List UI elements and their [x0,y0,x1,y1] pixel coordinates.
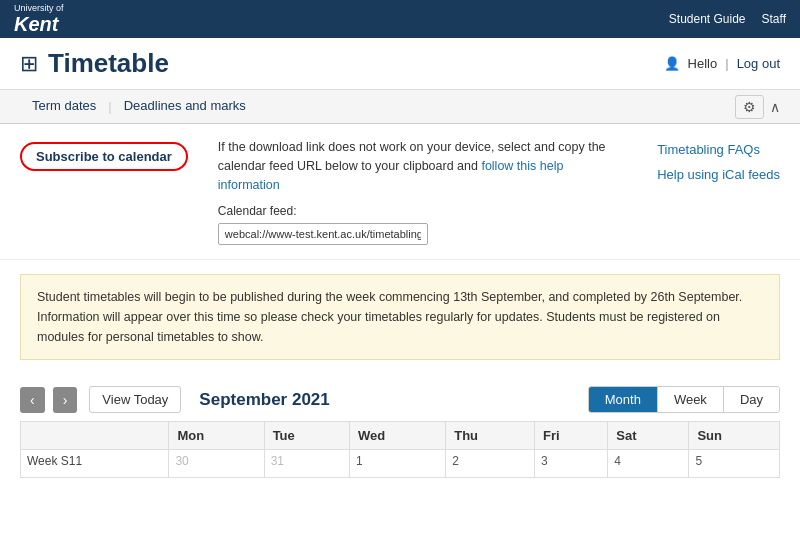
calendar-cell[interactable]: 3 [535,450,608,478]
timetabling-faqs-link[interactable]: Timetabling FAQs [657,142,780,157]
student-guide-link[interactable]: Student Guide [669,12,746,26]
day-number: 4 [614,454,621,468]
page-header: ⊞ Timetable 👤 Hello | Log out [0,38,800,90]
view-week-btn[interactable]: Week [658,387,724,412]
calendar-cell[interactable]: 31 [264,450,349,478]
university-logo: University of Kent [14,4,64,35]
info-banner-text: Student timetables will begin to be publ… [37,290,742,344]
chevron-up-button[interactable]: ∧ [770,99,780,115]
subscribe-calendar-button[interactable]: Subscribe to calendar [20,142,188,171]
view-today-button[interactable]: View Today [89,386,181,413]
calendar-row: Week S11303112345 [21,450,780,478]
tabs-bar: Term dates | Deadlines and marks ⚙ ∧ [0,90,800,124]
page-title: Timetable [48,48,169,79]
col-wed: Wed [349,422,445,450]
calendar-cell[interactable]: 30 [169,450,264,478]
person-icon: 👤 [664,56,680,71]
tab-deadlines[interactable]: Deadlines and marks [112,90,258,123]
view-month-btn[interactable]: Month [589,387,658,412]
col-sun: Sun [689,422,780,450]
week-label: Week S11 [21,450,169,478]
calendar-cell[interactable]: 1 [349,450,445,478]
tabs-right: ⚙ ∧ [735,95,780,119]
staff-link[interactable]: Staff [762,12,786,26]
page-title-area: ⊞ Timetable [20,48,169,79]
calendar-feed-label: Calendar feed: [218,202,627,220]
subscribe-section: Subscribe to calendar If the download li… [0,124,800,260]
col-tue: Tue [264,422,349,450]
col-fri: Fri [535,422,608,450]
prev-month-button[interactable]: ‹ [20,387,45,413]
day-number: 31 [271,454,284,468]
calendar-grid: Mon Tue Wed Thu Fri Sat Sun Week S113031… [20,421,780,478]
separator: | [725,56,728,71]
top-nav: University of Kent Student Guide Staff [0,0,800,38]
day-number: 5 [695,454,702,468]
day-number: 3 [541,454,548,468]
calendar-month-label: September 2021 [199,390,579,410]
calendar-header-row: Mon Tue Wed Thu Fri Sat Sun [21,422,780,450]
day-number: 1 [356,454,363,468]
timetable-icon: ⊞ [20,51,38,77]
info-banner: Student timetables will begin to be publ… [20,274,780,360]
calendar-cell[interactable]: 2 [446,450,535,478]
col-sat: Sat [608,422,689,450]
calendar-cell[interactable]: 5 [689,450,780,478]
week-header [21,422,169,450]
calendar-nav: ‹ › View Today September 2021 Month Week… [0,374,800,421]
university-label: University of [14,4,64,13]
view-switch: Month Week Day [588,386,780,413]
top-nav-links: Student Guide Staff [669,12,786,26]
view-day-btn[interactable]: Day [724,387,779,412]
tab-term-dates[interactable]: Term dates [20,90,108,123]
day-number: 30 [175,454,188,468]
calendar-cell[interactable]: 4 [608,450,689,478]
col-mon: Mon [169,422,264,450]
kent-label: Kent [14,13,64,35]
user-greeting: Hello [688,56,718,71]
gear-button[interactable]: ⚙ [735,95,764,119]
next-month-button[interactable]: › [53,387,78,413]
tabs-left: Term dates | Deadlines and marks [20,90,258,123]
subscribe-btn-wrap: Subscribe to calendar [20,138,188,171]
subscribe-links: Timetabling FAQs Help using iCal feeds [657,138,780,182]
logout-link[interactable]: Log out [737,56,780,71]
subscribe-info: If the download link does not work on yo… [218,138,627,245]
ical-help-link[interactable]: Help using iCal feeds [657,167,780,182]
day-number: 2 [452,454,459,468]
col-thu: Thu [446,422,535,450]
calendar-feed-input[interactable] [218,223,428,245]
user-actions: 👤 Hello | Log out [664,56,780,71]
